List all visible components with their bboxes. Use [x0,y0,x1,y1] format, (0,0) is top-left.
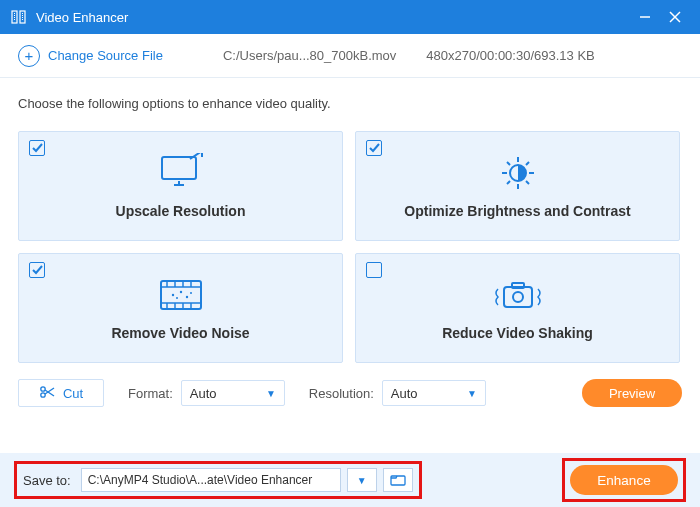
titlebar: Video Enhancer [0,0,700,34]
svg-point-32 [176,297,178,299]
svg-line-17 [526,162,529,165]
svg-point-35 [513,292,523,302]
file-toolbar: + Change Source File C:/Users/pau...80_7… [0,34,700,78]
svg-rect-36 [512,283,524,288]
cut-label: Cut [63,386,83,401]
camera-shake-icon [490,275,546,315]
format-dropdown[interactable]: Auto ▼ [181,380,285,406]
format-selector: Format: Auto ▼ [128,380,285,406]
minimize-button[interactable] [630,8,660,26]
window-title: Video Enhancer [36,10,630,25]
folder-icon [390,474,406,486]
svg-point-33 [190,292,192,294]
option-label: Optimize Brightness and Contrast [404,203,630,219]
resolution-label: Resolution: [309,386,374,401]
chevron-down-icon: ▼ [467,388,477,399]
save-label: Save to: [23,473,71,488]
option-label: Reduce Video Shaking [442,325,593,341]
format-value: Auto [190,386,217,401]
option-upscale-resolution[interactable]: Upscale Resolution [18,131,343,241]
enhance-highlight: Enhance [562,458,686,502]
change-source-button[interactable]: + Change Source File [18,45,163,67]
close-button[interactable] [660,8,690,26]
app-logo-icon [10,8,28,26]
save-path-input[interactable]: C:\AnyMP4 Studio\A...ate\Video Enhancer [81,468,341,492]
film-noise-icon [153,275,209,315]
resolution-selector: Resolution: Auto ▼ [309,380,486,406]
svg-point-31 [185,296,187,298]
checkbox-icon[interactable] [29,262,45,278]
option-label: Upscale Resolution [116,203,246,219]
plus-circle-icon: + [18,45,40,67]
option-reduce-shaking[interactable]: Reduce Video Shaking [355,253,680,363]
scissors-icon [39,385,55,402]
option-remove-noise[interactable]: Remove Video Noise [18,253,343,363]
file-metadata: 480x270/00:00:30/693.13 KB [426,48,594,63]
controls-bar: Cut Format: Auto ▼ Resolution: Auto ▼ Pr… [0,371,700,415]
enhance-button[interactable]: Enhance [570,465,678,495]
brightness-icon [490,153,546,193]
option-brightness-contrast[interactable]: Optimize Brightness and Contrast [355,131,680,241]
checkbox-icon[interactable] [366,140,382,156]
current-file-path: C:/Users/pau...80_700kB.mov [223,48,396,63]
svg-rect-7 [162,157,196,179]
change-source-label: Change Source File [48,48,163,63]
resolution-dropdown[interactable]: Auto ▼ [382,380,486,406]
content-area: Choose the following options to enhance … [0,78,700,371]
option-label: Remove Video Noise [111,325,249,341]
svg-line-15 [526,181,529,184]
checkbox-icon[interactable] [366,262,382,278]
options-grid: Upscale Resolution Optimize Brightness a… [18,131,682,363]
svg-line-14 [507,162,510,165]
svg-point-38 [41,392,45,396]
svg-rect-34 [504,287,532,307]
format-label: Format: [128,386,173,401]
open-folder-button[interactable] [383,468,413,492]
instruction-text: Choose the following options to enhance … [18,96,682,111]
chevron-down-icon: ▼ [266,388,276,399]
svg-point-37 [41,386,45,390]
save-bar: Save to: C:\AnyMP4 Studio\A...ate\Video … [0,453,700,507]
svg-line-16 [507,181,510,184]
monitor-arrow-icon [153,153,209,193]
checkbox-icon[interactable] [29,140,45,156]
svg-point-29 [171,294,173,296]
save-path-group: Save to: C:\AnyMP4 Studio\A...ate\Video … [14,461,422,499]
cut-button[interactable]: Cut [18,379,104,407]
svg-point-30 [179,291,181,293]
save-path-dropdown[interactable]: ▼ [347,468,377,492]
resolution-value: Auto [391,386,418,401]
preview-button[interactable]: Preview [582,379,682,407]
